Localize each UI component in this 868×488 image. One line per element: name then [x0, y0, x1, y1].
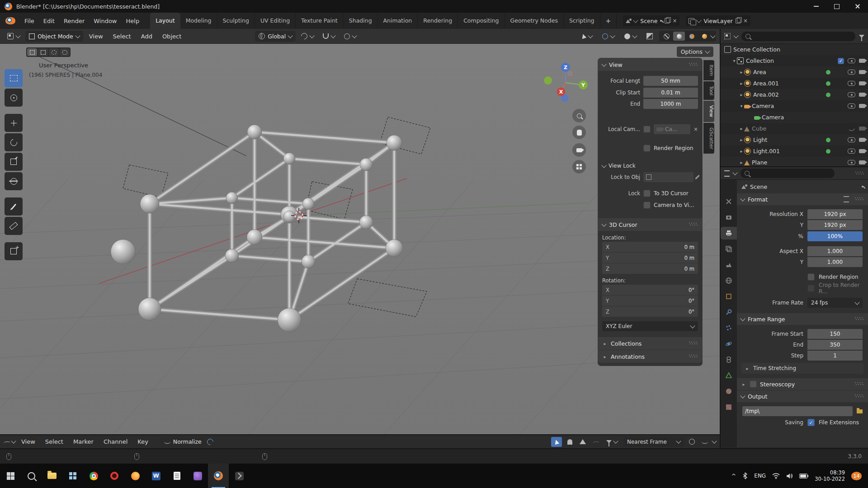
3d-cursor-panel-header[interactable]: 3D Cursor	[598, 218, 702, 231]
file-extensions-checkbox[interactable]	[807, 419, 815, 426]
clip-start-field[interactable]: 0.01 m	[643, 88, 698, 98]
show-gizmo-toggle[interactable]	[599, 31, 618, 42]
hide-in-viewport-icon[interactable]	[848, 81, 855, 86]
outliner-row-scene-collection[interactable]: Scene Collection	[721, 44, 868, 55]
proportional-editing-toggle[interactable]	[340, 31, 360, 42]
sidebar-tab-tool[interactable]: Tool	[703, 81, 714, 100]
outliner-row-plane[interactable]: Plane	[721, 157, 868, 166]
menu-view[interactable]: View	[85, 31, 107, 42]
normalize-toggle[interactable]: Normalize	[160, 436, 205, 447]
only-selected-toggle[interactable]	[551, 437, 562, 447]
folder-browse-icon[interactable]	[857, 409, 863, 413]
time-stretching-subpanel[interactable]: Time Stretching	[741, 363, 863, 374]
tab-particles[interactable]	[721, 322, 737, 334]
hidden-in-viewport-icon[interactable]	[848, 126, 855, 131]
rotation-order-dropdown[interactable]: XYZ Euler	[602, 321, 698, 331]
crop-checkbox[interactable]	[807, 285, 815, 292]
filter-group[interactable]	[606, 440, 618, 443]
workspace-tab-scripting[interactable]: Scripting	[564, 13, 600, 29]
file-explorer-button[interactable]	[42, 464, 62, 488]
hide-in-viewport-icon[interactable]	[848, 137, 855, 142]
pin-icon[interactable]	[862, 186, 863, 188]
outliner-search-input[interactable]	[741, 32, 855, 41]
pan-button[interactable]	[572, 126, 586, 139]
panel-grip-icon[interactable]	[689, 342, 698, 345]
disable-in-render-icon[interactable]	[859, 127, 865, 131]
timeline-menu-channel[interactable]: Channel	[99, 436, 132, 447]
remove-viewlayer-icon[interactable]	[743, 18, 748, 23]
outliner-row-light[interactable]: Light	[721, 134, 868, 145]
workspace-tab-rendering[interactable]: Rendering	[418, 13, 458, 29]
tab-material[interactable]	[721, 385, 737, 398]
proportional-editing-toggle[interactable]	[686, 437, 697, 447]
resolution-percentage-slider[interactable]: 100%	[807, 231, 863, 241]
frame-rate-dropdown[interactable]: 24 fps	[807, 298, 863, 308]
show-overlays-toggle[interactable]	[621, 31, 640, 42]
tab-render[interactable]	[721, 211, 737, 224]
snapping-toggle[interactable]	[319, 31, 339, 42]
workspace-tab-animation[interactable]: Animation	[378, 13, 418, 29]
tab-output[interactable]	[721, 227, 737, 239]
select-gizmo-toggle[interactable]	[578, 31, 596, 42]
select-tweak-button[interactable]	[27, 48, 37, 56]
outliner-row-area[interactable]: Area	[721, 66, 868, 78]
collection-checkbox[interactable]	[838, 58, 844, 64]
firefox-button[interactable]	[125, 464, 146, 488]
expand-icon[interactable]	[739, 126, 744, 131]
hide-in-viewport-icon[interactable]	[848, 103, 855, 108]
disable-in-render-icon[interactable]	[859, 104, 865, 108]
shading-material-button[interactable]	[686, 32, 698, 41]
annotations-panel-header[interactable]: Annotations	[598, 350, 702, 363]
new-viewlayer-icon[interactable]	[736, 18, 741, 23]
clip-end-field[interactable]: 1000 m	[643, 99, 698, 109]
tab-tool[interactable]	[721, 195, 737, 208]
camera-to-view-checkbox[interactable]	[643, 202, 651, 209]
bluetooth-icon[interactable]	[742, 472, 748, 479]
hide-in-viewport-icon[interactable]	[848, 70, 855, 75]
tab-object-data[interactable]	[721, 369, 737, 382]
menu-help[interactable]: Help	[122, 15, 144, 27]
to-3d-cursor-checkbox[interactable]	[643, 190, 651, 197]
tool-annotate[interactable]	[5, 197, 23, 216]
show-hidden-toggle[interactable]	[564, 437, 575, 447]
expand-icon[interactable]	[739, 92, 744, 97]
workspace-tab-geometry-nodes[interactable]: Geometry Nodes	[505, 13, 564, 29]
cursor-rotation-z[interactable]: Z 0°	[602, 306, 698, 317]
ortho-toggle-button[interactable]	[572, 160, 586, 174]
volume-icon[interactable]	[786, 473, 793, 479]
disable-in-render-icon[interactable]	[859, 93, 865, 97]
workspace-tab-sculpting[interactable]: Sculpting	[217, 13, 255, 29]
cursor-rotation-x[interactable]: X 0°	[602, 285, 698, 295]
word-button[interactable]	[146, 464, 166, 488]
expand-icon[interactable]	[739, 70, 744, 75]
panel-grip-icon[interactable]	[855, 317, 864, 321]
disable-in-render-icon[interactable]	[859, 160, 865, 164]
stereoscopy-checkbox[interactable]	[750, 380, 757, 388]
navigation-gizmo[interactable]: Z Y X	[541, 59, 590, 109]
expand-icon[interactable]	[739, 160, 744, 165]
search-button[interactable]	[21, 464, 42, 488]
expand-icon[interactable]	[739, 137, 744, 142]
notification-badge[interactable]: 14	[851, 472, 862, 480]
blender-menu-icon[interactable]	[5, 17, 15, 24]
resolution-x-field[interactable]: 1920 px	[807, 209, 863, 219]
sidebar-tab-view[interactable]: View	[703, 101, 714, 122]
tray-expand-icon[interactable]: ^	[731, 473, 736, 479]
camera-view-button[interactable]	[572, 143, 586, 157]
frame-start-field[interactable]: 150	[807, 329, 863, 339]
format-panel-header[interactable]: Format	[737, 193, 868, 205]
cursor-location-z[interactable]: Z 0 m	[602, 263, 698, 274]
panel-grip-icon[interactable]	[689, 355, 698, 358]
start-button[interactable]	[0, 464, 21, 488]
frame-range-panel-header[interactable]: Frame Range	[737, 313, 868, 325]
expand-icon[interactable]	[731, 58, 737, 63]
menu-edit[interactable]: Edit	[39, 15, 59, 27]
presets-icon[interactable]	[844, 196, 849, 202]
tab-world[interactable]	[721, 274, 737, 287]
view-panel-header[interactable]: View	[598, 58, 702, 71]
local-camera-field[interactable]: Ca...	[654, 124, 690, 134]
outliner-row-area-001[interactable]: Area.001	[721, 78, 868, 89]
select-box-button[interactable]	[38, 48, 48, 56]
frame-step-field[interactable]: 1	[807, 351, 863, 361]
timeline-menu-view[interactable]: View	[17, 436, 39, 447]
